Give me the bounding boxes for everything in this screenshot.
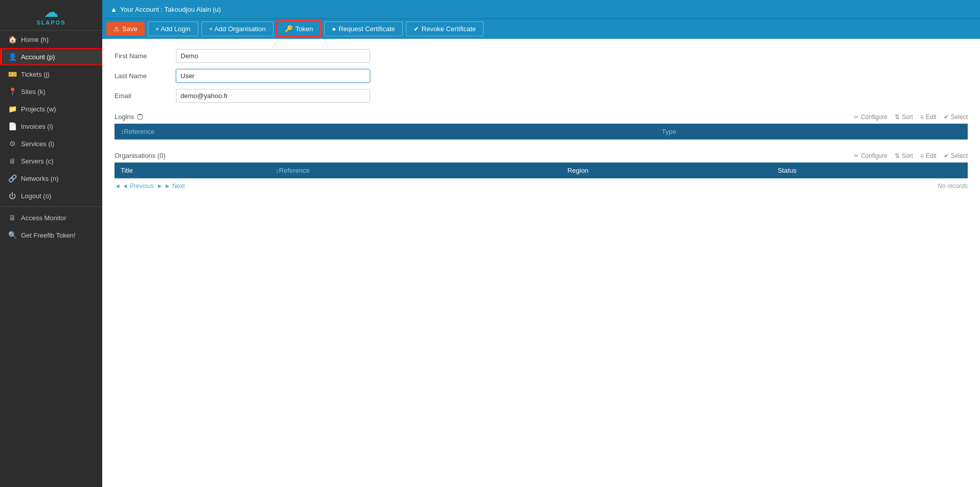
last-name-label: Last Name <box>115 72 176 80</box>
sidebar-item-account[interactable]: 👤 Account (p) <box>0 48 102 65</box>
revoke-certificate-label: Revoke Certificate <box>422 25 476 33</box>
sites-icon: 📍 <box>8 87 17 96</box>
sidebar-item-get-freefib-token[interactable]: 🔍 Get Freefib Token! <box>0 226 102 244</box>
sidebar-item-home-label: Home (h) <box>21 36 49 43</box>
services-icon: ⚙ <box>8 140 17 148</box>
add-login-button[interactable]: + Add Login <box>148 21 198 36</box>
add-organisation-button[interactable]: + Add Organisation <box>201 21 274 36</box>
sidebar-item-projects[interactable]: 📁 Projects (w) <box>0 100 102 118</box>
sidebar-item-servers-label: Servers (c) <box>21 157 54 165</box>
org-select-icon: ✔ <box>944 152 949 159</box>
pagination: ◄ ◄ Previous ► ► Next No records <box>115 182 968 190</box>
logins-title: Logins <box>115 113 143 121</box>
sidebar-item-logout[interactable]: ⏻ Logout (o) <box>0 187 102 204</box>
request-certificate-button[interactable]: ● Request Certificate <box>324 21 402 36</box>
topbar-text: Your Account : Takoudjou Alain (u) <box>120 6 221 13</box>
pagination-links: ◄ ◄ Previous ► ► Next <box>115 182 185 190</box>
sidebar-item-servers[interactable]: 🖥 Servers (c) <box>0 152 102 170</box>
organisations-edit-label: Edit <box>926 152 937 159</box>
organisations-configure-link[interactable]: ✂ Configure <box>854 152 887 159</box>
main-area: ▲ Your Account : Takoudjou Alain (u) ⚠ S… <box>102 0 980 487</box>
sort-icon: ⇅ <box>895 113 900 121</box>
revoke-certificate-button[interactable]: ✔ Revoke Certificate <box>406 21 484 36</box>
projects-icon: 📁 <box>8 105 17 113</box>
logins-sort-link[interactable]: ⇅ Sort <box>895 113 913 121</box>
org-sort-icon: ⇅ <box>895 152 900 159</box>
sidebar-item-access-monitor[interactable]: 🖥 Access Monitor <box>0 209 102 226</box>
home-icon: 🏠 <box>8 35 17 43</box>
sidebar-item-tickets-label: Tickets (j) <box>21 71 50 78</box>
sidebar-item-sites-label: Sites (k) <box>21 88 45 96</box>
sidebar-item-freefib-label: Get Freefib Token! <box>21 231 76 239</box>
organisations-select-link[interactable]: ✔ Select <box>944 152 968 159</box>
request-certificate-label: Request Certificate <box>338 25 395 33</box>
logins-table: ↕Reference Type <box>115 124 968 140</box>
next-icon: ► <box>157 182 163 190</box>
servers-icon: 🖥 <box>8 157 17 165</box>
invoices-icon: 📄 <box>8 122 17 130</box>
org-col-reference[interactable]: ↕Reference <box>269 163 561 178</box>
logins-col-reference[interactable]: ↕Reference <box>115 124 656 140</box>
warning-icon: ⚠ <box>113 25 120 33</box>
logins-edit-label: Edit <box>926 113 937 121</box>
sidebar-item-home[interactable]: 🏠 Home (h) <box>0 31 102 48</box>
org-edit-icon: ≡ <box>920 152 924 159</box>
email-input[interactable] <box>176 89 370 103</box>
sidebar-nav: 🏠 Home (h) 👤 Account (p) 🎫 Tickets (j) 📍… <box>0 31 102 487</box>
token-label: Token <box>295 25 313 33</box>
sidebar-item-tickets[interactable]: 🎫 Tickets (j) <box>0 65 102 83</box>
org-col-status[interactable]: Status <box>771 163 968 178</box>
organisations-title: Organisations (0) <box>115 152 166 159</box>
org-col-region[interactable]: Region <box>561 163 771 178</box>
topbar-arrow: ▲ <box>110 6 117 13</box>
no-records-text: No records <box>938 182 968 190</box>
edit-icon: ≡ <box>920 113 924 121</box>
last-name-input[interactable] <box>176 69 370 83</box>
next-button[interactable]: ► ► Next <box>157 182 185 190</box>
organisations-sort-label: Sort <box>902 152 913 159</box>
first-name-group: First Name <box>115 49 968 63</box>
logins-configure-link[interactable]: ✂ Configure <box>854 113 887 121</box>
sidebar-item-networks[interactable]: 🔗 Networks (n) <box>0 170 102 187</box>
save-button[interactable]: ⚠ Save <box>106 22 145 36</box>
sidebar-divider <box>0 206 102 207</box>
organisations-sort-link[interactable]: ⇅ Sort <box>895 152 913 159</box>
sidebar-item-invoices[interactable]: 📄 Invoices (i) <box>0 118 102 135</box>
last-name-group: Last Name <box>115 69 968 83</box>
organisations-select-label: Select <box>951 152 968 159</box>
previous-button[interactable]: ◄ ◄ Previous <box>115 182 154 190</box>
logins-col-type[interactable]: Type <box>656 124 968 140</box>
org-col-title[interactable]: Title <box>115 163 269 178</box>
add-login-label: + Add Login <box>155 25 191 33</box>
organisations-table: Title ↕Reference Region Status <box>115 163 968 178</box>
logo-icon: ☁ <box>44 5 58 19</box>
tickets-icon: 🎫 <box>8 70 17 78</box>
select-icon: ✔ <box>944 113 949 121</box>
sidebar: ☁ SLAPOS 🏠 Home (h) 👤 Account (p) 🎫 Tick… <box>0 0 102 487</box>
token-button[interactable]: 🔑 Token <box>277 21 322 37</box>
freefib-icon: 🔍 <box>8 231 17 239</box>
organisations-edit-link[interactable]: ≡ Edit <box>920 152 937 159</box>
logins-select-label: Select <box>951 113 968 121</box>
organisations-configure-label: Configure <box>861 152 887 159</box>
sidebar-item-networks-label: Networks (n) <box>21 175 59 182</box>
logins-reference-link[interactable]: ↕Reference <box>121 128 154 135</box>
sidebar-item-services[interactable]: ⚙ Services (l) <box>0 135 102 152</box>
logins-edit-link[interactable]: ≡ Edit <box>920 113 937 121</box>
logins-type-link[interactable]: Type <box>662 128 676 135</box>
revoke-cert-icon: ✔ <box>414 25 419 33</box>
organisations-section-header: Organisations (0) ✂ Configure ⇅ Sort ≡ E… <box>115 152 968 159</box>
email-group: Email <box>115 89 968 103</box>
content-area: First Name Last Name Email Logins ✂ Conf… <box>102 39 980 487</box>
org-configure-icon: ✂ <box>854 152 859 159</box>
logins-sort-label: Sort <box>902 113 913 121</box>
sidebar-item-invoices-label: Invoices (i) <box>21 123 53 130</box>
email-label: Email <box>115 92 176 100</box>
logo-text: SLAPOS <box>36 19 65 26</box>
logins-actions: ✂ Configure ⇅ Sort ≡ Edit ✔ Select <box>854 113 968 121</box>
org-reference-link[interactable]: ↕Reference <box>276 167 309 174</box>
sidebar-item-sites[interactable]: 📍 Sites (k) <box>0 83 102 100</box>
organisations-title-text: Organisations (0) <box>115 152 166 159</box>
logins-select-link[interactable]: ✔ Select <box>944 113 968 121</box>
first-name-input[interactable] <box>176 49 370 63</box>
